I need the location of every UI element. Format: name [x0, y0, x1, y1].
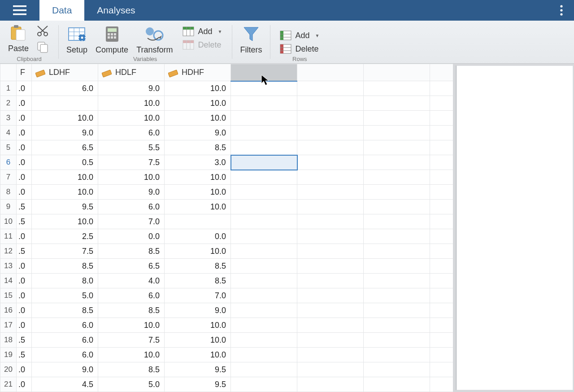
cell[interactable]: 6.5 — [32, 140, 98, 155]
cell[interactable]: 9.0 — [165, 303, 231, 318]
row-number[interactable]: 10 — [0, 214, 17, 229]
cell[interactable]: 9.0 — [32, 362, 98, 377]
cell[interactable] — [364, 185, 430, 200]
row-number[interactable]: 21 — [0, 377, 17, 392]
cell[interactable]: 8.5 — [98, 244, 165, 259]
cell[interactable]: 2.5 — [32, 229, 98, 244]
cell[interactable]: .0 — [17, 288, 32, 303]
cell[interactable] — [297, 288, 364, 303]
cell[interactable]: .5 — [17, 244, 32, 259]
cell[interactable] — [297, 229, 364, 244]
cell[interactable] — [231, 81, 297, 96]
column-header-fragment[interactable]: F — [17, 64, 32, 81]
row-number[interactable]: 6 — [0, 155, 17, 170]
cell[interactable] — [297, 318, 364, 333]
cell[interactable]: 10.0 — [98, 111, 165, 126]
cell[interactable]: 9.5 — [165, 362, 231, 377]
row-number[interactable]: 20 — [0, 362, 17, 377]
cell[interactable]: 6.0 — [32, 333, 98, 348]
vars-delete-button[interactable]: Delete — [181, 39, 224, 51]
row-number[interactable]: 12 — [0, 244, 17, 259]
cell[interactable] — [231, 155, 297, 170]
cell[interactable]: .0 — [17, 96, 32, 111]
column-header-empty[interactable] — [297, 64, 364, 81]
cell[interactable] — [297, 170, 364, 185]
cell[interactable] — [430, 111, 453, 126]
cell[interactable] — [231, 362, 297, 377]
cell[interactable]: 9.5 — [165, 377, 231, 392]
cell[interactable] — [297, 200, 364, 214]
column-header-empty[interactable] — [364, 64, 430, 81]
cell[interactable] — [297, 214, 364, 229]
cell[interactable] — [231, 348, 297, 362]
cell[interactable]: .0 — [17, 303, 32, 318]
row-number[interactable]: 1 — [0, 81, 17, 96]
cell[interactable] — [231, 274, 297, 288]
cell[interactable]: 4.5 — [32, 377, 98, 392]
cell[interactable]: 10.0 — [165, 333, 231, 348]
cell[interactable]: 6.5 — [98, 259, 165, 274]
cell[interactable] — [430, 200, 453, 214]
cell[interactable]: .0 — [17, 377, 32, 392]
cell[interactable]: .5 — [17, 200, 32, 214]
row-number[interactable]: 16 — [0, 303, 17, 318]
cell[interactable]: 5.0 — [32, 288, 98, 303]
row-number[interactable]: 13 — [0, 259, 17, 274]
tab-analyses[interactable]: Analyses — [84, 0, 148, 21]
cell[interactable]: .5 — [17, 333, 32, 348]
cell[interactable] — [430, 170, 453, 185]
cell[interactable] — [231, 200, 297, 214]
cell[interactable]: 10.0 — [165, 170, 231, 185]
row-number[interactable]: 11 — [0, 229, 17, 244]
cell[interactable]: 0.0 — [165, 229, 231, 244]
cell[interactable] — [165, 214, 231, 229]
cell[interactable] — [297, 140, 364, 155]
rows-delete-button[interactable]: Delete — [278, 43, 321, 55]
cell[interactable]: 10.0 — [32, 185, 98, 200]
cell[interactable]: .0 — [17, 81, 32, 96]
more-button[interactable] — [549, 0, 574, 21]
cell[interactable]: 8.5 — [165, 140, 231, 155]
copy-button[interactable] — [37, 41, 50, 55]
cell[interactable] — [364, 200, 430, 214]
cell[interactable]: 10.0 — [98, 170, 165, 185]
cell[interactable]: 6.0 — [32, 318, 98, 333]
cell[interactable] — [430, 259, 453, 274]
cell[interactable]: 4.0 — [98, 274, 165, 288]
paste-button[interactable]: Paste — [8, 23, 29, 53]
row-number[interactable]: 9 — [0, 200, 17, 214]
cell[interactable]: 6.0 — [98, 200, 165, 214]
cell[interactable] — [364, 377, 430, 392]
cell[interactable] — [364, 244, 430, 259]
row-number[interactable]: 19 — [0, 348, 17, 362]
cell[interactable]: 8.5 — [165, 274, 231, 288]
cell[interactable] — [231, 259, 297, 274]
tab-data[interactable]: Data — [39, 0, 84, 21]
cell[interactable] — [364, 140, 430, 155]
cell[interactable] — [297, 81, 364, 96]
cell[interactable] — [231, 96, 297, 111]
cell[interactable]: .5 — [17, 348, 32, 362]
cell[interactable] — [430, 140, 453, 155]
cell[interactable]: .0 — [17, 362, 32, 377]
cell[interactable]: .0 — [17, 274, 32, 288]
cell[interactable]: 7.5 — [32, 244, 98, 259]
cell[interactable] — [430, 155, 453, 170]
cell[interactable] — [297, 111, 364, 126]
cell[interactable] — [430, 244, 453, 259]
transform-button[interactable]: Transform — [136, 25, 173, 55]
cell[interactable]: 10.0 — [165, 318, 231, 333]
cell[interactable] — [364, 362, 430, 377]
cell[interactable] — [231, 214, 297, 229]
cell[interactable]: 6.0 — [98, 288, 165, 303]
cell[interactable] — [297, 185, 364, 200]
cell[interactable]: .0 — [17, 185, 32, 200]
row-number[interactable]: 14 — [0, 274, 17, 288]
cell[interactable] — [430, 81, 453, 96]
cell[interactable] — [364, 288, 430, 303]
cell[interactable] — [297, 274, 364, 288]
cell[interactable] — [364, 348, 430, 362]
cell[interactable] — [364, 96, 430, 111]
cell[interactable] — [430, 377, 453, 392]
cell[interactable] — [231, 303, 297, 318]
